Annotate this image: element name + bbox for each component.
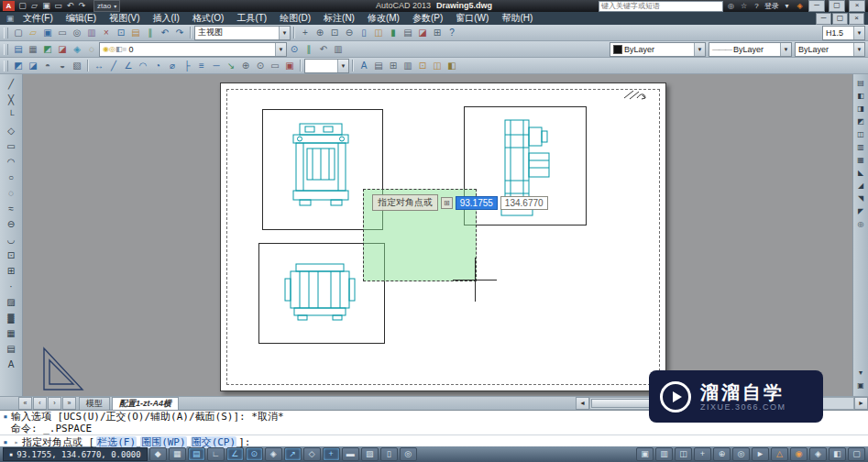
pan-status-icon[interactable]: + bbox=[694, 447, 711, 461]
lineweight-toggle[interactable]: ▬ bbox=[342, 447, 359, 461]
lineweight-combo[interactable]: ByLayer ▼ bbox=[795, 42, 865, 57]
status-toolbar-lock-icon[interactable]: ◧ bbox=[829, 447, 846, 461]
dim-aligned-icon[interactable]: ╱ bbox=[106, 59, 121, 72]
infer-constraints-toggle[interactable]: ◆ bbox=[149, 447, 167, 461]
quick-view-drawings-icon[interactable]: ◫ bbox=[675, 447, 692, 461]
chevron-down-icon[interactable]: ▼ bbox=[279, 27, 290, 39]
toolbar-lock-icon[interactable]: ◧ bbox=[445, 59, 459, 72]
layer-walk-icon[interactable]: ▥ bbox=[331, 42, 346, 56]
toolbar-grip[interactable] bbox=[4, 28, 8, 38]
sign-in-link[interactable]: 登录 bbox=[764, 1, 779, 11]
app-menu-button[interactable]: A bbox=[3, 1, 15, 11]
dynamic-input-toggle[interactable]: + bbox=[323, 447, 340, 461]
command-option[interactable]: 圈交(CP) bbox=[191, 436, 237, 448]
copy-icon[interactable]: ⊡ bbox=[114, 26, 128, 39]
标注(N)[interactable]: 标注(N) bbox=[317, 12, 361, 25]
named-views-icon[interactable]: ▤ bbox=[854, 77, 867, 90]
ellipse-icon[interactable]: ⊖ bbox=[4, 216, 18, 232]
dyn-y-field[interactable]: 134.6770 bbox=[500, 196, 548, 210]
ellipse-arc-icon[interactable]: ◡ bbox=[4, 232, 18, 248]
参数(P)[interactable]: 参数(P) bbox=[406, 12, 449, 25]
dyn-x-field[interactable]: 93.1755 bbox=[456, 196, 498, 210]
restore-button[interactable]: ▢ bbox=[829, 0, 845, 12]
zoom-realtime-icon[interactable]: ⊕ bbox=[313, 26, 327, 39]
layer-off-icon[interactable]: ◌ bbox=[84, 42, 99, 56]
redo-icon[interactable]: ↷ bbox=[172, 26, 187, 39]
doc-restore-button[interactable]: ▢ bbox=[832, 13, 848, 25]
dim-style-icon[interactable]: ▣ bbox=[282, 59, 297, 72]
drawing-canvas[interactable]: 指定对角点或 ⊞ 93.1755 134.6770 bbox=[23, 74, 852, 396]
send-to-back-icon[interactable]: ◪ bbox=[26, 59, 40, 72]
qat-save-icon[interactable]: ▣ bbox=[40, 1, 52, 11]
annotation-order-icon[interactable]: ▧ bbox=[70, 59, 84, 72]
designcenter-icon[interactable]: ◫ bbox=[371, 26, 386, 39]
viewport-dialog-icon[interactable]: ▣ bbox=[854, 380, 867, 392]
layer-properties-icon[interactable]: ▤ bbox=[11, 42, 26, 56]
line-icon[interactable]: ╱ bbox=[4, 76, 18, 92]
steering-wheel-icon[interactable]: ◎ bbox=[732, 447, 750, 461]
quick-view-layouts-icon[interactable]: ▥ bbox=[655, 447, 673, 461]
dynamic-ucs-toggle[interactable]: ◇ bbox=[303, 447, 321, 461]
block-insert-icon[interactable]: ⊡ bbox=[415, 59, 430, 72]
favorites-star-icon[interactable]: ☆ bbox=[739, 2, 749, 10]
tab-layout-a4[interactable]: 配置1-zt-A4横 bbox=[112, 397, 179, 410]
construction-line-icon[interactable]: ╳ bbox=[4, 92, 18, 107]
格式(O)[interactable]: 格式(O) bbox=[186, 12, 230, 25]
linetype-combo[interactable]: ——— ByLayer ▼ bbox=[709, 42, 792, 57]
quick-properties-toggle[interactable]: ▯ bbox=[380, 447, 398, 461]
help-icon[interactable]: ? bbox=[752, 2, 762, 10]
qat-new-icon[interactable]: ▢ bbox=[16, 1, 28, 11]
plot-icon[interactable]: ▭ bbox=[55, 26, 70, 39]
dim-edit-icon[interactable]: ▭ bbox=[268, 59, 282, 72]
workspace-switching-icon[interactable]: ◈ bbox=[809, 447, 827, 461]
doc-close-button[interactable]: × bbox=[849, 13, 864, 25]
center-mark-icon[interactable]: ⊙ bbox=[253, 59, 268, 72]
save-icon[interactable]: ▣ bbox=[40, 26, 55, 39]
scroll-right-icon[interactable]: ► bbox=[854, 397, 868, 410]
insert-block-icon[interactable]: ⊡ bbox=[4, 248, 18, 263]
sheet-set-manager-icon[interactable]: ▤ bbox=[401, 26, 415, 39]
tab-nav-button[interactable]: ‹ bbox=[33, 397, 47, 410]
point-icon[interactable]: · bbox=[4, 279, 18, 294]
xref-attach-icon[interactable]: ◫ bbox=[430, 59, 445, 72]
chevron-down-icon[interactable]: ▼ bbox=[853, 27, 864, 39]
dim-radius-icon[interactable]: ◔ bbox=[150, 59, 165, 72]
grid-display-toggle[interactable]: ▤ bbox=[188, 447, 205, 461]
plot-preview-icon[interactable]: ◎ bbox=[70, 26, 84, 39]
gradient-icon[interactable]: ▓ bbox=[4, 310, 18, 325]
command-option[interactable]: 圈围(WP) bbox=[140, 436, 187, 448]
qat-plot-icon[interactable]: ▭ bbox=[52, 1, 64, 11]
view-back-icon[interactable]: ▦ bbox=[854, 154, 867, 167]
rectangle-icon[interactable]: ▭ bbox=[4, 138, 18, 154]
dim-baseline-icon[interactable]: ≡ bbox=[194, 59, 209, 72]
view-sw-iso-icon[interactable]: ◣ bbox=[854, 167, 867, 180]
view-left-icon[interactable]: ◩ bbox=[854, 116, 867, 128]
object-snap-toggle[interactable]: ⊙ bbox=[246, 447, 263, 461]
command-option[interactable]: 栏选(F) bbox=[96, 436, 137, 448]
dim-continue-icon[interactable]: ─ bbox=[209, 59, 224, 72]
tab-model[interactable]: 模型 bbox=[79, 397, 110, 410]
match-properties-icon[interactable]: ∥ bbox=[143, 26, 158, 39]
dim-linear-icon[interactable]: ↔ bbox=[92, 59, 106, 72]
修改(M)[interactable]: 修改(M) bbox=[361, 12, 406, 25]
dim-ordinate-icon[interactable]: ├ bbox=[180, 59, 194, 72]
文件(F)[interactable]: 文件(F) bbox=[16, 12, 60, 25]
object-snap-tracking-toggle[interactable]: ↗ bbox=[284, 447, 302, 461]
circle-icon[interactable]: ○ bbox=[4, 170, 18, 185]
make-object-layer-current-icon[interactable]: ⊙ bbox=[287, 42, 302, 56]
tolerance-icon[interactable]: ⊕ bbox=[238, 59, 253, 72]
chevron-down-icon[interactable]: ▼ bbox=[694, 43, 705, 56]
view-ne-iso-icon[interactable]: ◥ bbox=[854, 192, 867, 205]
toolbar-grip[interactable] bbox=[4, 44, 8, 55]
search-input[interactable]: 键入关键字或短语 bbox=[599, 1, 723, 12]
spline-icon[interactable]: ≈ bbox=[4, 201, 18, 216]
3d-object-snap-toggle[interactable]: ◈ bbox=[265, 447, 282, 461]
cmd-pin-icon[interactable]: ▪ bbox=[0, 436, 11, 448]
dim-diameter-icon[interactable]: ⌀ bbox=[165, 59, 180, 72]
窗口(W)[interactable]: 窗口(W) bbox=[449, 12, 495, 25]
tool-palettes-icon[interactable]: ▮ bbox=[386, 26, 401, 39]
view-right-icon[interactable]: ◫ bbox=[854, 128, 867, 141]
coordinates-display[interactable]: ▪ 93.1755, 134.6770, 0.0000 bbox=[3, 447, 148, 461]
scroll-left-icon[interactable]: ◄ bbox=[576, 397, 589, 410]
snap-mode-toggle[interactable]: ▦ bbox=[169, 447, 186, 461]
